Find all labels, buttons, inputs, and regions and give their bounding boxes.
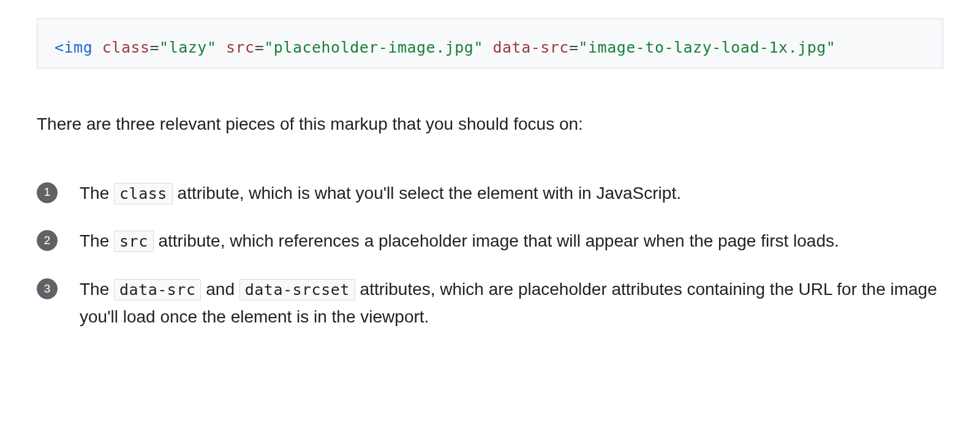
list-text: attribute, which is what you'll select t…	[173, 184, 681, 203]
code-block[interactable]: <img class="lazy" src="placeholder-image…	[37, 18, 943, 69]
code-token: placeholder-image.jpg	[274, 39, 474, 56]
list-item: The src attribute, which references a pl…	[37, 228, 943, 255]
inline-code: data-src	[114, 279, 201, 300]
steps-list: The class attribute, which is what you'l…	[37, 180, 943, 331]
code-token: =	[255, 39, 265, 56]
inline-code: class	[114, 183, 173, 204]
code-token: "	[578, 39, 588, 56]
code-token: "	[159, 39, 169, 56]
list-text: attribute, which references a placeholde…	[154, 231, 839, 250]
code-token: src	[226, 39, 255, 56]
code-token: =	[569, 39, 579, 56]
list-text: and	[201, 280, 239, 299]
code-token: data-src	[493, 39, 569, 56]
code-token: lazy	[169, 39, 207, 56]
code-token: img	[64, 39, 93, 56]
code-token: class	[102, 39, 150, 56]
code-token: "	[826, 39, 836, 56]
code-token: =	[150, 39, 160, 56]
code-token: "	[207, 39, 217, 56]
code-token: <	[55, 39, 64, 56]
list-text: The	[80, 231, 114, 250]
list-text: The	[80, 184, 114, 203]
inline-code: src	[114, 231, 154, 252]
list-text: The	[80, 280, 114, 299]
inline-code: data-srcset	[239, 279, 355, 300]
intro-paragraph: There are three relevant pieces of this …	[37, 111, 943, 137]
code-token: "	[473, 39, 483, 56]
list-item: The data-src and data-srcset attributes,…	[37, 276, 943, 331]
code-token: image-to-lazy-load-1x.jpg	[588, 39, 826, 56]
list-item: The class attribute, which is what you'l…	[37, 180, 943, 207]
code-token: "	[264, 39, 274, 56]
